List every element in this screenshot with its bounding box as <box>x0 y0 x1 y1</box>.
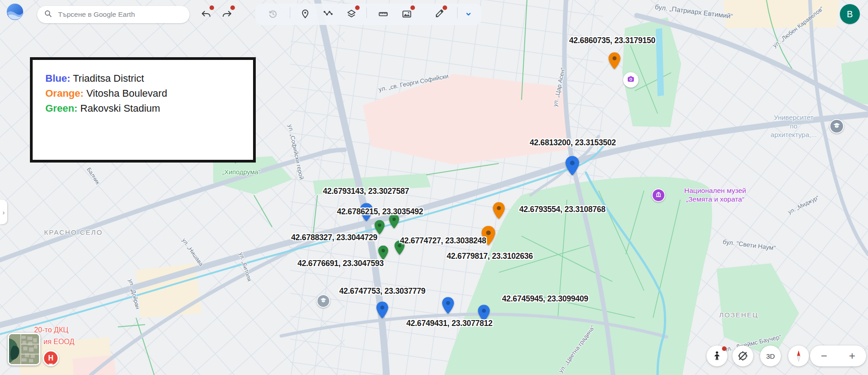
map-pin-green[interactable] <box>389 214 399 228</box>
coordinate-label: 42.6747753, 23.3037779 <box>339 286 425 296</box>
legend-key-green: Green: <box>45 103 78 114</box>
map-label: ул. „св. Георги Софийски <box>378 73 449 94</box>
compass[interactable] <box>788 345 809 366</box>
coordinate-label: 42.6786215, 23.3035492 <box>337 207 423 217</box>
measure-button[interactable] <box>375 6 391 22</box>
add-placemark-button[interactable] <box>297 6 313 22</box>
map-label: ул. „Цветна градина“ <box>557 324 597 375</box>
map-label: ул. „Цар Асен“ <box>551 67 567 108</box>
undo-badge <box>210 5 214 10</box>
view-3d-button[interactable]: 3D <box>760 345 781 366</box>
toolbar-separator <box>290 7 290 18</box>
museum-poi-marker[interactable] <box>652 188 665 202</box>
redo-badge <box>230 5 235 10</box>
toolbar <box>255 4 482 25</box>
search-bar[interactable] <box>37 6 190 23</box>
layers-badge <box>355 5 360 10</box>
side-panel-handle[interactable]: › <box>0 200 7 224</box>
search-icon <box>44 9 53 20</box>
coordinate-label: 42.6776691, 23.3047593 <box>297 259 384 268</box>
map-label: ул. „Любен Каравелов“ <box>771 5 825 49</box>
map-pin-blue[interactable] <box>478 305 490 321</box>
zoom-control: − + <box>810 345 866 366</box>
coordinate-label: 42.6788327, 23.3044729 <box>291 233 377 242</box>
map-label: ЛОЗЕНЕЦ <box>719 311 759 320</box>
map-label: ул. „Софийски герой <box>286 124 305 180</box>
coordinate-label: 42.6793554, 23.3108768 <box>519 205 605 214</box>
drawing-tools-badge <box>443 5 447 10</box>
map-label: КРАСНО СЕЛО <box>44 228 102 237</box>
account-avatar[interactable]: B <box>840 4 860 24</box>
map-pin-green[interactable] <box>375 220 385 234</box>
history-button[interactable] <box>265 6 281 22</box>
compass-needle-icon <box>792 350 805 362</box>
map-label: бул. „Патриарх Евтимий“ <box>654 3 733 21</box>
graduation-cap-icon <box>320 297 327 305</box>
coordinate-label: 42.6860735, 23.3179150 <box>569 36 655 45</box>
photos-badge <box>410 5 415 10</box>
graduation-cap-icon <box>833 122 840 131</box>
satellite-preview <box>9 334 39 364</box>
zoom-out-button[interactable]: − <box>810 345 838 366</box>
toolbar-separator <box>366 7 367 18</box>
map-label: 20-то ДКЦ <box>34 326 68 335</box>
map-pin-orange[interactable] <box>493 202 505 219</box>
search-input[interactable] <box>57 10 183 19</box>
add-path-button[interactable] <box>320 6 336 22</box>
legend-box: Blue: Triaditsa District Orange: Vitosha… <box>30 57 256 163</box>
coordinate-label: 42.6745945, 23.3099409 <box>502 294 588 304</box>
map-label: ул. „Дойран <box>127 278 141 310</box>
map-label: Национален музей „Земята и хората“ <box>684 186 746 204</box>
map-pin-green[interactable] <box>395 241 405 255</box>
map-label: ул. „Битоля <box>237 252 253 282</box>
school-poi-marker[interactable] <box>317 294 330 308</box>
pegman-badge <box>722 346 727 351</box>
university-poi-marker[interactable] <box>829 119 844 133</box>
map-pin-orange[interactable] <box>482 226 495 246</box>
map-pin-green[interactable] <box>378 246 388 260</box>
chevron-right-icon: › <box>3 208 5 216</box>
map-pin-blue[interactable] <box>566 156 579 176</box>
legend-key-blue: Blue: <box>45 73 70 84</box>
legend-row-orange: Orange: Vitosha Boulevard <box>45 86 244 101</box>
legend-value-blue: Triaditsa District <box>73 73 144 84</box>
map-label: „Хиподрума“ <box>222 168 261 176</box>
view-3d-label: 3D <box>766 352 775 360</box>
google-earth-logo[interactable] <box>6 3 24 20</box>
map-pin-blue[interactable] <box>442 297 454 314</box>
map-label: ул. „Нишава <box>180 237 204 268</box>
coordinate-label: 42.6774727, 23.3038248 <box>400 236 486 246</box>
map-label: ия ЕООД <box>44 337 74 346</box>
zoom-in-button[interactable]: + <box>838 345 866 366</box>
map-label: Университет по архитектура,... <box>770 113 817 139</box>
museum-icon <box>655 191 662 199</box>
map-style-thumbnail[interactable] <box>8 333 40 365</box>
legend-value-orange: Vitosha Boulevard <box>86 88 167 99</box>
map-label: ул. „Миджур“ <box>787 194 820 216</box>
camera-icon <box>627 75 635 85</box>
map-overlays: бул. „Патриарх Евтимий“ул. „Любен Караве… <box>0 0 868 375</box>
coordinate-label: 42.6813200, 23.3153502 <box>530 138 616 148</box>
legend-key-orange: Orange: <box>45 88 83 99</box>
hospital-marker[interactable]: H <box>43 350 59 366</box>
coordinate-label: 42.6779817, 23.3102636 <box>447 252 533 261</box>
photo-poi-marker[interactable] <box>623 72 639 88</box>
coordinate-label: 42.6793143, 23.3027587 <box>323 187 409 196</box>
legend-row-blue: Blue: Triaditsa District <box>45 71 244 86</box>
toolbar-separator <box>457 7 458 18</box>
pegman-icon <box>712 350 722 361</box>
map-pin-blue[interactable] <box>360 203 373 221</box>
compass-off-button[interactable] <box>732 345 753 366</box>
map-label: бул. "Свети Наум" <box>722 238 776 252</box>
compass-off-icon <box>737 350 749 362</box>
hospital-letter: H <box>48 354 54 362</box>
avatar-initial: B <box>847 9 853 20</box>
map-pin-blue[interactable] <box>376 301 388 318</box>
legend-value-green: Rakovski Stadium <box>80 103 160 114</box>
map-pin-orange[interactable] <box>609 52 620 69</box>
map-label: Балчик <box>85 166 101 186</box>
expand-toolbar-button[interactable] <box>460 6 477 22</box>
legend-row-green: Green: Rakovski Stadium <box>45 101 244 116</box>
